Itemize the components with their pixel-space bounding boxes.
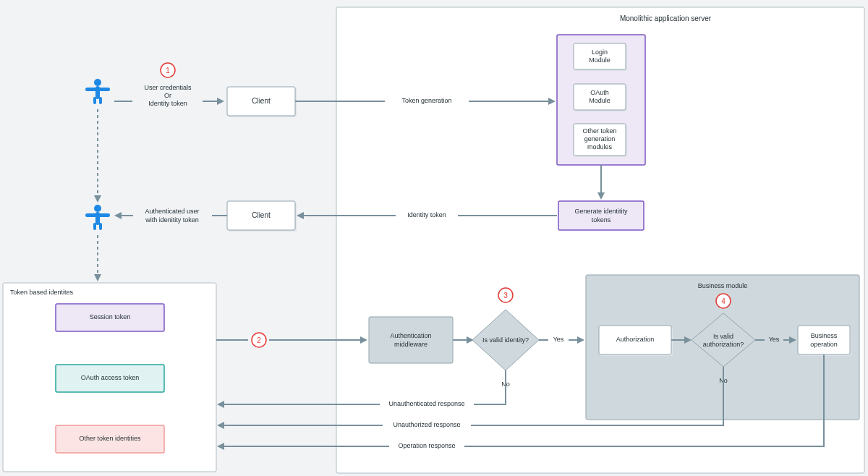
svg-marker-30 — [217, 422, 224, 429]
unauth-resp-label: Unauthenticated response — [388, 400, 464, 407]
auth-middleware-label-2: middleware — [394, 341, 427, 348]
business-module-title: Business module — [698, 282, 748, 289]
auth-user-label-2: with idenitity token — [145, 216, 199, 224]
valid-authz-label-2: authorization? — [703, 341, 744, 348]
auth-user-label-1: Authenticated user — [145, 208, 199, 215]
auth-middleware-label-1: Authentication — [390, 332, 431, 339]
svg-point-13 — [94, 205, 101, 212]
valid-authz-label-1: Is valid — [713, 333, 733, 340]
login-module-label-2: Module — [589, 56, 610, 64]
user-creds-label-1: User credentials — [144, 84, 192, 91]
generate-tokens-box — [558, 201, 644, 230]
svg-rect-8 — [99, 97, 102, 104]
oauth-module-label-1: OAuth — [590, 89, 609, 96]
svg-rect-15 — [85, 213, 110, 217]
other-modules-label-3: modules — [587, 143, 613, 150]
step-3-label: 3 — [503, 292, 508, 299]
user-creds-label-2: Or — [164, 92, 171, 99]
svg-marker-21 — [94, 274, 101, 281]
svg-marker-31 — [217, 443, 224, 450]
svg-marker-18 — [297, 212, 304, 219]
step-2-label: 2 — [257, 336, 261, 344]
generate-tokens-label-1: Generate identitity — [574, 208, 628, 215]
user-icon — [85, 205, 110, 230]
user-icon — [85, 79, 110, 104]
svg-rect-7 — [93, 97, 96, 104]
other-tokens-label: Other token identities — [79, 435, 141, 442]
authorization-label: Authorization — [616, 336, 655, 343]
generate-tokens-label-2: tokens — [592, 216, 611, 224]
svg-marker-12 — [94, 195, 101, 203]
svg-rect-16 — [93, 223, 96, 230]
yes-label-2: Yes — [769, 336, 780, 343]
identity-token-label: Identity token — [407, 211, 446, 218]
user-creds-label-3: Identity token — [148, 100, 187, 107]
svg-point-4 — [94, 79, 101, 86]
op-resp-label: Operation response — [398, 442, 455, 449]
token-gen-label: Token generation — [401, 97, 451, 104]
svg-marker-9 — [217, 98, 224, 105]
auth-middleware-box — [369, 317, 453, 363]
svg-rect-6 — [85, 88, 110, 91]
business-op-box — [798, 326, 850, 354]
diagram-canvas: Monolithic application server Login Modu… — [0, 0, 868, 476]
oauth-module-label-2: Module — [589, 97, 610, 104]
unauthz-resp-label: Unauthorized response — [393, 421, 460, 428]
other-modules-label-1: Other token — [582, 127, 616, 135]
svg-rect-17 — [99, 223, 102, 230]
login-module-label-1: Login — [592, 48, 608, 56]
tokens-panel-title: Token based identites — [10, 289, 74, 296]
svg-marker-20 — [114, 212, 122, 219]
business-op-label-2: operation — [810, 341, 838, 348]
client-top-label: Client — [252, 97, 271, 105]
valid-identity-label: Is valid identity? — [482, 336, 529, 344]
svg-marker-29 — [217, 401, 224, 408]
other-modules-label-2: generation — [584, 135, 616, 143]
step-1-label: 1 — [166, 67, 170, 75]
session-token-label: Session token — [90, 313, 131, 320]
oauth-token-label: OAuth access token — [81, 374, 140, 381]
client-bottom-label: Client — [252, 211, 271, 219]
server-title: Monolithic application server — [620, 14, 712, 22]
step-4-label: 4 — [721, 297, 726, 305]
yes-label-1: Yes — [553, 336, 564, 343]
business-op-label-1: Business — [811, 332, 838, 339]
